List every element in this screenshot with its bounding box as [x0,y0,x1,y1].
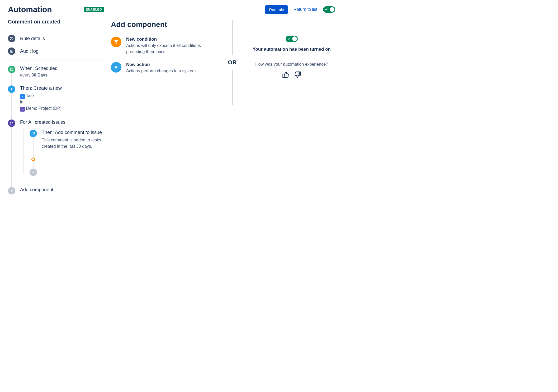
calendar-icon [8,66,15,73]
bolt-icon [111,62,121,73]
header-left: Automation ENABLED [8,5,104,14]
trigger-title: When: Scheduled [20,66,58,71]
info-icon [8,35,15,42]
add-comment-title: Then: Add comment to issue [42,130,103,135]
feedback-panel: Your automation has been turned on How w… [248,19,335,194]
svg-point-14 [11,124,11,125]
add-comment-step[interactable]: Then: Add comment to issue This comment … [30,130,103,157]
add-icon [30,169,37,176]
create-issue-in: in [20,99,62,105]
end-marker-icon [31,157,35,161]
create-issue-step[interactable]: Then: Create a new Task in [8,85,103,119]
thumbs-up-button[interactable] [282,71,289,79]
new-action-desc: Actions perform changes to a system. [126,68,197,74]
comment-icon [30,130,37,137]
task-chip-icon [20,94,25,99]
page-header: Automation ENABLED Run rule Return to li… [8,5,335,14]
create-issue-project: Demo Project (DP) [20,105,62,112]
new-condition-desc: Actions will only execute if all conditi… [126,42,216,55]
add-component-heading: Add component [111,20,216,29]
toggle-knob [330,7,334,12]
automation-on-toggle[interactable] [286,36,298,42]
branch-title: For All created issues [20,119,103,125]
rule-details-label: Rule details [20,36,45,41]
return-to-list-link[interactable]: Return to list [294,7,317,12]
plus-icon [8,85,15,93]
feedback-question: How was your automation experience? [248,62,335,67]
list-icon [8,47,15,55]
new-action-option[interactable]: New action Actions perform changes to a … [111,62,216,74]
divider [8,60,103,60]
check-icon [287,37,290,41]
turned-on-message: Your automation has been turned on [248,47,335,52]
add-component-nested[interactable] [30,169,103,179]
rule-name: Comment on created [8,19,103,25]
audit-log-nav[interactable]: Audit log [8,45,103,58]
toggle-knob [292,36,297,41]
thumbs-down-button[interactable] [294,71,301,79]
project-chip-icon [20,107,25,112]
rule-sidebar: Comment on created Rule details Audit lo… [8,19,103,194]
svg-point-13 [11,122,11,123]
svg-point-2 [11,38,12,38]
run-rule-button[interactable]: Run rule [265,5,288,14]
rule-details-nav[interactable]: Rule details [8,32,103,45]
trigger-step[interactable]: When: Scheduled every 30 Days [8,66,103,85]
rule-timeline: When: Scheduled every 30 Days [8,66,103,194]
or-label: OR [228,55,237,70]
branch-icon [8,119,15,127]
new-condition-title: New condition [126,37,216,42]
add-component-panel: Add component New condition Actions will… [111,19,216,194]
branch-step[interactable]: For All created issues [8,119,103,187]
audit-log-label: Audit log [20,49,39,54]
rule-enabled-toggle[interactable] [323,6,335,13]
header-right: Run rule Return to list [265,5,335,14]
new-condition-option[interactable]: New condition Actions will only execute … [111,37,216,55]
enabled-badge: ENABLED [84,7,104,12]
new-action-title: New action [126,62,197,67]
create-issue-title: Then: Create a new [20,85,62,91]
branch-end-marker [30,157,103,169]
funnel-icon [111,37,121,47]
check-icon [325,8,328,11]
add-comment-desc: This comment is added to tasks created i… [42,137,103,150]
branch-children: Then: Add comment to issue This comment … [30,130,103,179]
page-title: Automation [8,5,52,14]
create-issue-type: Task [20,93,62,99]
add-icon [8,187,15,194]
svg-point-15 [12,122,13,123]
add-component-root[interactable]: Add component [8,187,103,194]
add-component-label: Add component [20,187,53,193]
or-divider: OR [224,19,240,194]
svg-rect-7 [10,68,13,71]
trigger-subtitle: every 30 Days [20,73,58,78]
